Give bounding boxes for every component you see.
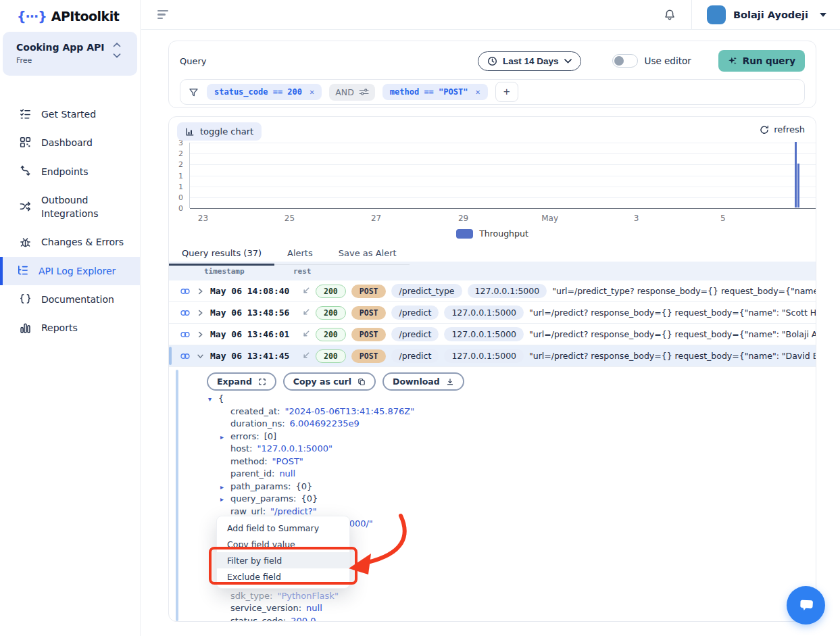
menu-item-copy-field-value[interactable]: Copy field value (217, 536, 349, 552)
chevron-right-icon[interactable] (196, 331, 205, 339)
gridline (190, 187, 816, 187)
user-menu-caret-icon[interactable] (820, 13, 826, 17)
collapse-triangle-icon[interactable]: ▾ (208, 393, 218, 406)
expand-triangle-icon[interactable]: ▸ (220, 493, 230, 506)
chevron-down-icon (564, 59, 572, 64)
json-value: null (306, 602, 322, 614)
endpoint-chip: /predict (391, 349, 439, 363)
sidebar-item-documentation[interactable]: Documentation (0, 285, 140, 314)
project-selector[interactable]: Cooking App API Free (3, 32, 137, 76)
chat-widget-button[interactable] (787, 586, 825, 625)
json-field-row[interactable]: ▸ errors [0] (208, 431, 414, 443)
json-field-row[interactable]: ▸ method "POST" (208, 456, 414, 468)
sidebar-item-endpoints[interactable]: Endpoints (0, 157, 140, 186)
user-avatar[interactable] (707, 5, 726, 24)
menu-item-filter-by-field[interactable]: Filter by field (217, 552, 349, 568)
method-badge: POST (351, 285, 387, 298)
link-icon[interactable] (180, 351, 191, 361)
topbar: Bolaji Ayodeji (141, 0, 840, 30)
tree-list-icon (16, 264, 30, 278)
shuffle-icon (19, 200, 32, 214)
inbound-arrow-icon (301, 308, 310, 317)
json-root-brace: { (218, 393, 224, 405)
x-tick-label: 29 (458, 214, 468, 223)
link-icon[interactable] (180, 287, 191, 296)
sidebar-item-get-started[interactable]: Get Started (0, 100, 140, 128)
expand-triangle-icon[interactable]: ▸ (220, 481, 230, 493)
sidebar-item-reports[interactable]: Reports (0, 314, 140, 342)
add-filter-button[interactable]: + (495, 82, 518, 102)
notifications-bell-icon[interactable] (663, 8, 676, 22)
sidebar-item-outbound-integrations[interactable]: Outbound Integrations (0, 186, 140, 228)
menu-item-add-field-to-summary[interactable]: Add field to Summary (217, 520, 349, 536)
gridline (190, 164, 816, 165)
json-field-row[interactable]: ▸ parent_id null (208, 468, 414, 481)
filter-bar[interactable]: status_code == 200 ✕ AND method == "POST… (180, 79, 805, 105)
bar-chart-icon (185, 127, 195, 137)
remove-filter-icon[interactable]: ✕ (475, 87, 480, 97)
chat-bubble-icon (797, 597, 816, 614)
expand-icon (258, 378, 266, 386)
row-summary: "url=/predict? response_body={} request_… (529, 329, 816, 339)
tab-alerts[interactable]: Alerts (274, 244, 326, 266)
project-selector-chevrons[interactable] (113, 43, 121, 58)
json-field-row[interactable]: ▸ host "127.0.0.1:5000" (208, 443, 414, 456)
sidebar-toggle-icon[interactable] (157, 10, 168, 20)
copy-as-curl-button[interactable]: Copy as curl (283, 372, 376, 391)
tab-query-results-37[interactable]: Query results (37) (169, 244, 274, 266)
use-editor-toggle[interactable] (612, 54, 638, 68)
json-field-row[interactable]: ▸ status_code 200.0 (208, 615, 414, 622)
json-field-row[interactable]: ▸ duration_ns 6.004692235e9 (208, 418, 414, 431)
table-row[interactable]: May 06 14:08:40 200 POST /predict_type 1… (169, 280, 816, 302)
apitoolkit-logo[interactable]: {···} APItoolkit (0, 0, 140, 24)
menu-item-exclude-field[interactable]: Exclude field (217, 568, 349, 585)
sidebar: {···} APItoolkit Cooking App API Free Ge… (0, 0, 141, 636)
chevron-up-icon (113, 43, 121, 47)
table-row[interactable]: May 06 13:48:56 200 POST /predict 127.0.… (169, 302, 816, 324)
table-row[interactable]: May 06 13:41:45 200 POST /predict 127.0.… (169, 345, 816, 367)
json-fields-bottom: ▸ sdk_type "PythonFlask" ▸ service_versi… (208, 590, 414, 622)
sidebar-item-changes-errors[interactable]: Changes & Errors (0, 228, 140, 256)
json-field-row[interactable]: ▸ service_version null (208, 602, 414, 615)
remove-filter-icon[interactable]: ✕ (310, 87, 314, 97)
filter-expression: status_code == 200 (214, 87, 302, 97)
run-query-label: Run query (743, 55, 795, 66)
json-field-row[interactable]: ▸ sdk_type "PythonFlask" (208, 590, 414, 603)
results-panel: toggle chart refresh 3221100 23252729May… (168, 116, 816, 622)
json-key: status_code (230, 615, 286, 622)
link-icon[interactable] (180, 308, 191, 318)
field-context-menu: Add field to Summary Copy field value Fi… (216, 516, 350, 589)
time-range-dropdown[interactable]: Last 14 Days (478, 51, 581, 71)
sidebar-item-dashboard[interactable]: Dashboard (0, 128, 140, 157)
sidebar-item-api-log-explorer[interactable]: API Log Explorer (0, 257, 140, 285)
filter-chip-method[interactable]: method == "POST" ✕ (382, 84, 488, 100)
expand-button[interactable]: Expand (207, 372, 276, 391)
status-badge: 200 (316, 285, 346, 298)
row-timestamp: May 06 13:46:01 (210, 329, 296, 339)
json-key: host (230, 443, 252, 455)
chevron-down-icon[interactable] (196, 352, 205, 360)
filter-operator-chip[interactable]: AND (329, 84, 375, 101)
tab-save-as-alert[interactable]: Save as Alert (326, 244, 410, 266)
json-value: {0} (295, 481, 312, 493)
legend-swatch (456, 229, 473, 239)
link-icon[interactable] (180, 330, 191, 339)
endpoint-chip: /predict (391, 305, 439, 320)
toggle-chart-button[interactable]: toggle chart (177, 122, 262, 141)
json-field-row[interactable]: ▸ query_params {0} (208, 493, 414, 506)
run-query-button[interactable]: Run query (718, 50, 805, 72)
json-field-row[interactable]: ▸ created_at "2024-05-06T13:41:45.876Z" (208, 406, 414, 418)
time-range-value: Last 14 Days (503, 56, 559, 66)
chevron-right-icon[interactable] (196, 309, 205, 317)
funnel-icon (188, 87, 199, 98)
expand-triangle-icon[interactable]: ▸ (220, 431, 230, 443)
chevron-right-icon[interactable] (196, 287, 205, 295)
json-field-row[interactable]: ▸ path_params {0} (208, 481, 414, 493)
json-value: "PythonFlask" (277, 590, 338, 602)
table-row[interactable]: May 06 13:46:01 200 POST /predict 127.0.… (169, 324, 816, 345)
host-chip: 127.0.0.1:5000 (444, 327, 524, 341)
braces-logo-icon: {···} (17, 9, 47, 24)
filter-chip-status-code[interactable]: status_code == 200 ✕ (207, 84, 322, 100)
refresh-button[interactable]: refresh (760, 124, 805, 134)
download-button[interactable]: Download (382, 372, 464, 391)
